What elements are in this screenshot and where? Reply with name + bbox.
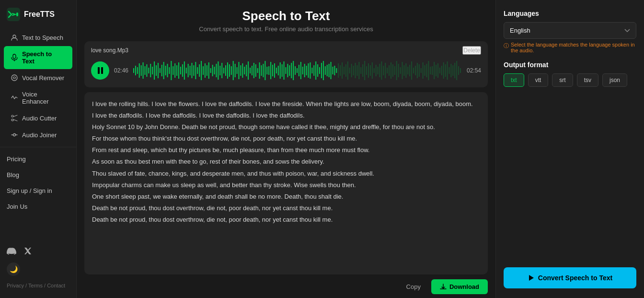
output-format-section: Output format txtvttsrttsvjson — [504, 61, 636, 87]
theme-toggle[interactable]: 🌙 — [0, 260, 76, 279]
spacer — [504, 95, 636, 260]
copy-button[interactable]: Copy — [401, 280, 426, 293]
svg-rect-131 — [355, 63, 356, 78]
svg-rect-59 — [219, 66, 220, 75]
svg-rect-83 — [264, 61, 265, 80]
svg-rect-37 — [178, 62, 179, 79]
sidebar-item-signin[interactable]: Sign up / Sign in — [0, 183, 76, 199]
delete-button[interactable]: Delete — [462, 46, 481, 55]
svg-rect-149 — [389, 65, 390, 76]
sidebar-label-vocal: Vocal Remover — [22, 74, 64, 82]
svg-rect-63 — [227, 62, 228, 79]
download-label: Download — [449, 283, 479, 290]
svg-rect-32 — [169, 67, 170, 74]
svg-rect-121 — [336, 68, 337, 73]
svg-rect-186 — [458, 66, 459, 75]
svg-rect-129 — [351, 64, 352, 77]
svg-rect-117 — [329, 64, 330, 77]
svg-rect-50 — [203, 66, 204, 75]
svg-point-7 — [12, 119, 13, 121]
svg-rect-96 — [289, 65, 290, 76]
format-btn-txt[interactable]: txt — [504, 73, 524, 87]
svg-rect-128 — [349, 68, 350, 73]
sidebar-item-audio-joiner[interactable]: Audio Joiner — [4, 127, 72, 143]
download-button[interactable]: Download — [431, 279, 488, 294]
svg-rect-51 — [205, 63, 206, 78]
svg-rect-107 — [310, 62, 310, 79]
format-btn-json[interactable]: json — [602, 73, 627, 87]
sidebar-label-tts: Text to Speech — [22, 34, 63, 41]
svg-rect-13 — [133, 68, 134, 73]
svg-rect-3 — [13, 54, 16, 59]
svg-rect-74 — [248, 61, 249, 80]
svg-rect-89 — [276, 68, 277, 73]
svg-rect-40 — [184, 61, 185, 80]
svg-rect-108 — [311, 68, 312, 73]
svg-rect-166 — [421, 68, 422, 73]
transcript-card: I love the rolling hills. I love the flo… — [84, 92, 488, 274]
page-header: Speech to Text Convert speech to text. F… — [77, 0, 495, 37]
svg-rect-139 — [370, 65, 371, 76]
svg-rect-106 — [308, 63, 309, 78]
convert-button[interactable]: Convert Speech to Text — [504, 267, 636, 288]
sidebar-item-vocal-remover[interactable]: Vocal Remover — [4, 70, 72, 86]
svg-rect-136 — [364, 61, 365, 80]
svg-rect-77 — [253, 63, 254, 78]
right-panel: Languages EnglishSpanishFrenchGermanChin… — [495, 0, 644, 298]
format-btn-vtt[interactable]: vtt — [528, 73, 549, 87]
svg-marker-188 — [529, 275, 534, 281]
sidebar-label-cutter: Audio Cutter — [22, 115, 57, 122]
svg-rect-80 — [259, 62, 260, 79]
svg-rect-79 — [257, 68, 258, 73]
svg-rect-55 — [212, 65, 213, 76]
sidebar-item-blog[interactable]: Blog — [0, 167, 76, 183]
svg-rect-120 — [334, 66, 335, 75]
discord-icon[interactable] — [7, 246, 16, 256]
svg-point-2 — [13, 35, 16, 38]
svg-rect-53 — [208, 62, 209, 79]
svg-rect-114 — [323, 61, 324, 80]
svg-rect-99 — [295, 66, 296, 75]
svg-rect-26 — [158, 63, 159, 78]
sidebar-item-text-to-speech[interactable]: Text to Speech — [4, 29, 72, 46]
format-btn-tsv[interactable]: tsv — [577, 73, 598, 87]
svg-point-5 — [12, 75, 17, 81]
pause-button[interactable] — [91, 61, 109, 80]
sidebar-item-speech-to-text[interactable]: Speech to Text — [4, 46, 72, 69]
svg-rect-119 — [333, 67, 334, 74]
svg-rect-159 — [407, 67, 408, 74]
file-name: love song.Mp3 — [91, 47, 128, 54]
sidebar-item-pricing[interactable]: Pricing — [0, 151, 76, 167]
svg-rect-111 — [317, 64, 318, 77]
svg-rect-52 — [207, 65, 207, 76]
svg-rect-183 — [452, 65, 453, 76]
languages-title: Languages — [504, 10, 636, 17]
svg-rect-78 — [255, 64, 256, 77]
svg-rect-15 — [137, 67, 138, 74]
time-total: 02:54 — [467, 67, 481, 74]
logo-text: FreeTTS — [24, 10, 55, 19]
sidebar-item-join[interactable]: Join Us — [0, 199, 76, 215]
svg-rect-36 — [176, 65, 177, 76]
svg-rect-126 — [345, 64, 346, 77]
download-icon — [440, 284, 447, 290]
svg-rect-105 — [306, 66, 307, 75]
hint-icon: ⓘ — [504, 42, 509, 49]
sidebar-item-voice-enhancer[interactable]: Voice Enhancer — [4, 86, 72, 109]
waveform[interactable] — [133, 59, 462, 83]
svg-rect-92 — [282, 64, 283, 77]
language-select[interactable]: EnglishSpanishFrenchGermanChineseJapanes… — [504, 22, 636, 39]
theme-icon: 🌙 — [7, 262, 20, 276]
svg-rect-115 — [325, 66, 326, 75]
svg-rect-65 — [231, 66, 232, 75]
pause-icon — [98, 67, 103, 74]
svg-rect-145 — [381, 61, 382, 80]
player-top: love song.Mp3 Delete — [91, 46, 481, 55]
format-btn-srt[interactable]: srt — [552, 73, 573, 87]
twitter-icon[interactable] — [23, 246, 33, 256]
svg-rect-165 — [419, 64, 420, 77]
sidebar-item-audio-cutter[interactable]: Audio Cutter — [4, 110, 72, 126]
svg-rect-163 — [415, 66, 416, 75]
svg-rect-42 — [188, 64, 189, 77]
svg-rect-184 — [454, 63, 455, 78]
